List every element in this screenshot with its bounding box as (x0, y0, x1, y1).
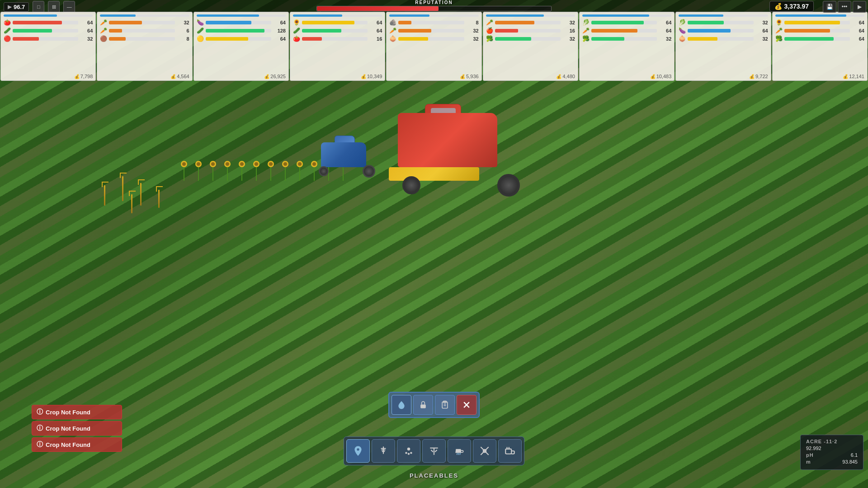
card-money-icon: 💰 (361, 74, 366, 79)
info-panel: ACRE -11·2 92.992 pH 6.1 m 93.845 (800, 435, 863, 470)
reputation-bar-bg (316, 6, 552, 11)
crop-icon: 🍎 (486, 27, 493, 34)
crop-bar-track (688, 29, 753, 33)
crop-bar-row: 🍎 16 (486, 27, 575, 34)
crop-icon: 🥕 (389, 27, 396, 34)
crop-bar-track (591, 21, 657, 24)
place-marker-button[interactable] (346, 439, 370, 463)
acre-row: ACRE -11·2 (806, 439, 858, 444)
card-top-bar (4, 14, 93, 17)
clipboard-tool-button[interactable] (435, 395, 455, 415)
crop-value: 64 (659, 28, 671, 33)
ph-value: 6.1 (851, 452, 858, 458)
water-tool-button[interactable] (392, 395, 411, 415)
farm-card-9[interactable]: 🌻 64 🥕 64 🥦 (772, 12, 868, 81)
crop-icon: 🟡 (197, 35, 204, 42)
harvester-tool-button[interactable] (498, 439, 522, 463)
lock-tool-button[interactable] (413, 395, 433, 415)
card-money-value: 4,480 (562, 74, 575, 79)
svg-line-18 (435, 450, 437, 452)
card-money: 💰 5,936 (389, 74, 478, 79)
card-money: 💰 26,925 (197, 74, 286, 79)
crop-not-found-alert-2[interactable]: ⓘ Crop Not Found (32, 421, 122, 436)
crop-icon: 🥕 (775, 27, 783, 34)
crop-bar-row: 🥦 32 (486, 35, 575, 42)
farm-card-7[interactable]: 🥬 64 🥕 64 🥦 (579, 12, 675, 81)
crop-icon: 🧅 (679, 35, 686, 42)
crop-not-found-alert-3[interactable]: ⓘ Crop Not Found (32, 437, 122, 452)
acre-label: ACRE -11·2 (806, 439, 837, 444)
tool-popup (388, 392, 480, 418)
card-money-icon: 💰 (650, 74, 656, 79)
farm-card-1[interactable]: 🍅 64 🥒 64 🔴 (0, 12, 96, 81)
crop-bar-row: 🥒 128 (197, 27, 286, 34)
crop-bar-track (302, 29, 368, 33)
crop-bar-row: 🥦 64 (775, 35, 864, 42)
card-money: 💰 10,483 (582, 74, 671, 79)
svg-line-19 (457, 453, 458, 455)
alert-icon-3: ⓘ (37, 441, 43, 449)
watering-can-button[interactable] (448, 439, 471, 463)
card-money-value: 10,483 (656, 74, 672, 79)
reputation-label: REPUTATION (316, 0, 552, 5)
crop-bar-row: 🥕 64 (582, 27, 671, 34)
crop-value: 64 (80, 28, 93, 33)
crop-value: 64 (369, 28, 382, 33)
play-button[interactable]: ▶ (853, 1, 866, 13)
card-money: 💰 12,141 (775, 74, 864, 79)
svg-point-13 (410, 452, 412, 454)
coords-x-value: 92.992 (806, 446, 821, 451)
rake-button[interactable] (372, 439, 395, 463)
speed-icon: ▶ (8, 4, 12, 10)
card-money-value: 5,936 (466, 74, 479, 79)
coords-z-row: m 93.845 (806, 459, 858, 465)
alert-text-2: Crop Not Found (46, 425, 90, 432)
farm-card-3[interactable]: 🍆 64 🥒 128 🟡 (193, 12, 289, 81)
crop-value: 16 (562, 28, 575, 33)
placeables-label: PLACEABLES (410, 472, 458, 479)
crop-icon: 🍅 (293, 35, 300, 42)
farm-card-6[interactable]: 🥕 32 🍎 16 🥦 (483, 12, 578, 81)
crop-value: 8 (466, 20, 479, 25)
crop-not-found-alert-1[interactable]: ⓘ Crop Not Found (32, 405, 122, 419)
ground-rake-button[interactable] (422, 439, 446, 463)
crop-icon: 🍆 (679, 27, 686, 34)
crop-value: 8 (177, 36, 189, 42)
crop-bar-track (495, 29, 561, 33)
crop-bar-track (13, 29, 78, 33)
farm-card-2[interactable]: 🥕 32 🥕 6 🟤 (97, 12, 192, 81)
card-money-value: 26,925 (270, 74, 286, 79)
reputation-bar-fill (317, 6, 439, 11)
farm-card-5[interactable]: 🪨 8 🥕 32 🧅 (386, 12, 481, 81)
crop-icon: 🥕 (486, 19, 493, 26)
crop-bar-row: 🟡 64 (197, 35, 286, 42)
card-top-bar (582, 14, 671, 17)
red-harvester (398, 104, 524, 194)
crop-icon: 🥒 (293, 27, 300, 34)
crop-icon: 🥬 (582, 19, 590, 26)
seed-spreader-button[interactable] (397, 439, 420, 463)
save-button[interactable]: 💾 (823, 1, 836, 13)
menu-dots-button[interactable]: ••• (838, 1, 851, 13)
crop-value: 16 (369, 36, 382, 42)
crop-icon: 🪨 (389, 19, 396, 26)
alerts-panel: ⓘ Crop Not Found ⓘ Crop Not Found ⓘ Crop… (32, 405, 122, 452)
card-money: 💰 7,798 (4, 74, 93, 79)
crop-value: 32 (177, 20, 189, 25)
farm-card-8[interactable]: 🥬 32 🍆 64 🧅 (675, 12, 771, 81)
close-tool-button[interactable] (457, 395, 476, 415)
crop-icon: 🥕 (100, 27, 107, 34)
crop-bar-row: 🥦 32 (582, 35, 671, 42)
crop-bar-row: 🌻 64 (293, 19, 382, 26)
card-top-bar (679, 14, 768, 17)
crop-bar-track (688, 21, 753, 24)
crop-icon: 🥦 (582, 35, 590, 42)
card-money-icon: 💰 (170, 74, 176, 79)
crop-bar-track (398, 37, 464, 41)
crop-icon: 🥕 (582, 27, 590, 34)
card-money-icon: 💰 (843, 74, 848, 79)
farm-card-4[interactable]: 🌻 64 🥒 64 🍅 (290, 12, 385, 81)
crop-icon: 🍆 (197, 19, 204, 26)
blue-tractor (316, 136, 375, 176)
pruner-button[interactable] (473, 439, 496, 463)
